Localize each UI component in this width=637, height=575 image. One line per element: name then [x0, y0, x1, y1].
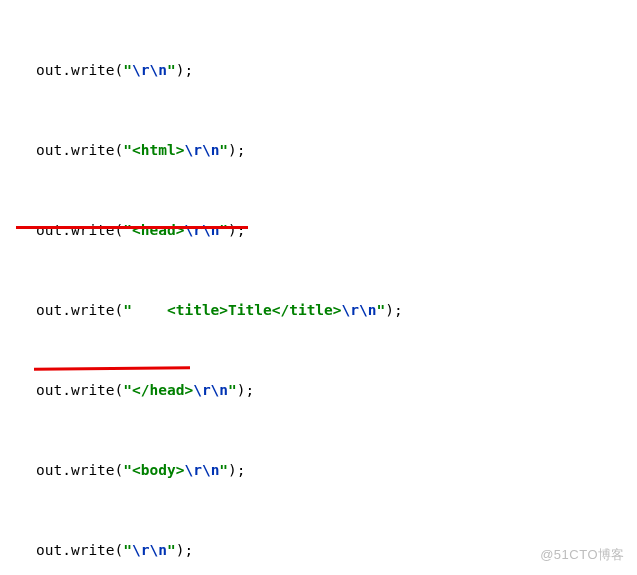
code-editor: out.write("\r\n"); out.write("<html>\r\n…	[0, 0, 637, 575]
red-underline-icon	[16, 226, 248, 229]
code-line: out.write("\r\n");	[0, 60, 637, 80]
watermark-text: @51CTO博客	[540, 545, 625, 565]
code-line: out.write(" <title>Title</title>\r\n");	[0, 300, 637, 320]
code-line: out.write("</head>\r\n");	[0, 380, 637, 400]
code-line: out.write("<body>\r\n");	[0, 460, 637, 480]
code-line: out.write("<html>\r\n");	[0, 140, 637, 160]
red-underline-icon	[34, 366, 190, 370]
code-line: out.write("<head>\r\n");	[0, 220, 637, 240]
